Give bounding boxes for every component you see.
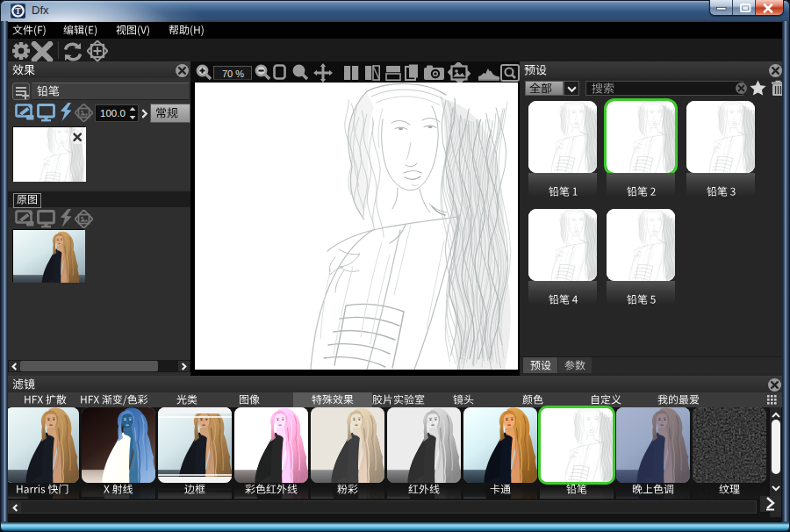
svg-text:T: T (15, 7, 21, 16)
